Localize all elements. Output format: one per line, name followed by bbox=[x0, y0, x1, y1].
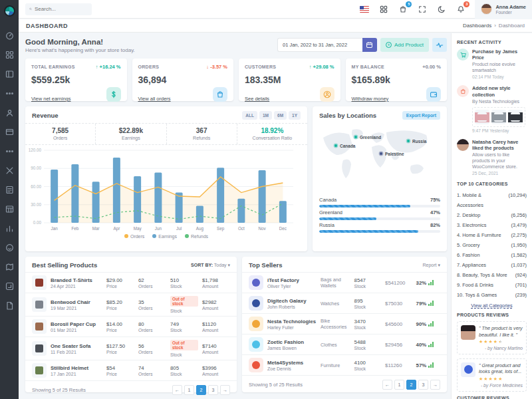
page-button[interactable]: ← bbox=[382, 380, 392, 390]
export-report-button[interactable]: Export Report bbox=[402, 111, 440, 120]
user-circle-icon bbox=[320, 87, 334, 102]
category-row[interactable]: 6. Fashion(1,582) bbox=[457, 250, 527, 260]
top-sellers-title: Top Sellers bbox=[249, 261, 283, 269]
activity-item: Natasha Carey have liked the products Al… bbox=[457, 139, 527, 176]
widgets-icon[interactable] bbox=[0, 122, 19, 142]
chevron-down-icon: ▾ bbox=[438, 263, 440, 267]
search-box[interactable] bbox=[25, 3, 92, 15]
legend-item[interactable]: Refunds bbox=[185, 234, 208, 239]
product-row[interactable]: One Seater Sofa 11 Feb 2021 $127.50Price… bbox=[25, 336, 237, 360]
product-row[interactable]: Branded T-Shirts 24 Apr 2021 $29.00Price… bbox=[25, 272, 237, 293]
stat-value: $165.89k bbox=[352, 74, 442, 85]
charts-icon[interactable] bbox=[0, 219, 19, 238]
page-button[interactable]: 3 bbox=[418, 380, 428, 390]
apps-grid-icon[interactable] bbox=[378, 4, 389, 15]
maps-icon[interactable] bbox=[0, 257, 19, 277]
category-row[interactable]: 7. Appliances(1,037) bbox=[457, 260, 527, 270]
product-date: 01 Mar 2021 bbox=[51, 328, 102, 332]
more-icon[interactable] bbox=[0, 142, 19, 161]
range-button[interactable]: 1Y bbox=[289, 111, 301, 120]
seller-row[interactable]: Meta4Systems Zoe Dennis Furniture 4100St… bbox=[242, 354, 447, 375]
authentication-icon[interactable] bbox=[0, 103, 19, 122]
category-row[interactable]: 4. Home & Furniture(2,275) bbox=[457, 230, 527, 240]
view-net-earnings-link[interactable]: View net earnings bbox=[31, 96, 70, 102]
seller-row[interactable]: iTest Factory Oliver Tyler Bags and Wall… bbox=[242, 272, 447, 293]
page-button[interactable]: 3 bbox=[208, 385, 218, 395]
legend-item[interactable]: Orders bbox=[124, 234, 144, 239]
apps-icon[interactable] bbox=[0, 45, 19, 65]
view-all-orders-link[interactable]: View all orders bbox=[138, 96, 171, 102]
page-button[interactable]: 1 bbox=[394, 380, 404, 390]
docs-icon[interactable] bbox=[0, 296, 19, 315]
seller-row[interactable]: Digitech Galaxy John Roberts Watches 895… bbox=[242, 293, 447, 313]
search-icon bbox=[29, 6, 32, 12]
range-button[interactable]: 1M bbox=[259, 111, 272, 120]
bell-icon[interactable]: 3 bbox=[456, 4, 466, 15]
seller-person: John Roberts bbox=[267, 305, 317, 309]
advance-ui-icon[interactable] bbox=[0, 161, 19, 180]
legend-item[interactable]: Earnings bbox=[152, 234, 177, 239]
search-input[interactable] bbox=[35, 6, 88, 12]
bag-icon bbox=[457, 85, 469, 97]
page-button[interactable]: 2 bbox=[196, 385, 206, 395]
trend-down-badge: ↓ -3.57 % bbox=[206, 64, 227, 70]
category-row[interactable]: 1. Mobile & Accessories(10,294) bbox=[457, 190, 527, 210]
range-button[interactable]: ALL bbox=[242, 111, 257, 120]
page-button[interactable]: 2 bbox=[406, 380, 416, 390]
breadcrumb-separator: › bbox=[494, 23, 496, 29]
cart-icon bbox=[457, 49, 469, 61]
range-button[interactable]: 6M bbox=[274, 111, 287, 120]
category-row[interactable]: 8. Beauty, Toys & More(924) bbox=[457, 270, 527, 280]
mini-chart-icon bbox=[428, 342, 434, 347]
product-date: 17 Jan 2021 bbox=[51, 372, 102, 376]
breadcrumb-current: Dashboard bbox=[499, 23, 525, 29]
stat-value: $559.25k bbox=[31, 74, 121, 85]
calendar-button[interactable] bbox=[362, 38, 377, 52]
seller-logo bbox=[249, 358, 263, 372]
language-flag-icon[interactable] bbox=[359, 4, 370, 15]
report-dropdown[interactable]: Report ▾ bbox=[423, 263, 440, 268]
product-row[interactable]: Stillbird Helmet 17 Jan 2021 $54Price 74… bbox=[25, 360, 237, 380]
seller-row[interactable]: Zoetic Fashion James Bowen Clothes 5488S… bbox=[242, 334, 447, 354]
layouts-icon[interactable] bbox=[0, 65, 19, 84]
user-menu[interactable]: Anna Adame Founder bbox=[475, 0, 532, 19]
world-map[interactable]: Greenland Canada Russia Palestine bbox=[313, 123, 447, 195]
pages-icon[interactable] bbox=[0, 84, 19, 103]
category-row[interactable]: 9. Food & Drinks(701) bbox=[457, 280, 527, 290]
location-row-greenland: Greenland47% bbox=[313, 207, 447, 220]
forms-icon[interactable] bbox=[0, 180, 19, 200]
category-row[interactable]: 3. Electronics(3,479) bbox=[457, 220, 527, 230]
date-range-input[interactable] bbox=[277, 38, 362, 52]
sort-by-dropdown[interactable]: SORT BY: Today ▾ bbox=[191, 263, 230, 268]
app-logo-icon[interactable] bbox=[4, 5, 15, 17]
page-button[interactable]: 1 bbox=[184, 385, 194, 395]
tables-icon[interactable] bbox=[0, 200, 19, 219]
withdraw-money-link[interactable]: Withdraw money bbox=[352, 96, 389, 102]
shopping-bag-icon[interactable]: 5 bbox=[398, 4, 408, 15]
fullscreen-icon[interactable] bbox=[417, 4, 428, 15]
category-row[interactable]: 2. Desktop(6,256) bbox=[457, 210, 527, 220]
seller-person: James Bowen bbox=[267, 346, 317, 350]
page-button[interactable]: → bbox=[430, 380, 440, 390]
breadcrumb: Dashboards › Dashboard bbox=[463, 23, 525, 29]
pagination: ←123→ bbox=[382, 380, 440, 390]
view-all-categories-link[interactable]: View all Categories bbox=[457, 303, 527, 309]
seller-category: Watches bbox=[321, 301, 350, 307]
page-button[interactable]: ← bbox=[172, 385, 182, 395]
add-product-button[interactable]: + Add Product bbox=[380, 38, 429, 52]
product-row[interactable]: Bentwood Chair 19 Mar 2021 $85.20Price 3… bbox=[25, 293, 237, 316]
seller-company: iTest Factory bbox=[267, 277, 317, 283]
product-row[interactable]: Borosil Paper Cup 01 Mar 2021 $14.00Pric… bbox=[25, 316, 237, 336]
collection-thumbnails[interactable] bbox=[472, 107, 525, 127]
page-button[interactable]: → bbox=[220, 385, 230, 395]
activity-button[interactable] bbox=[432, 38, 447, 52]
dashboard-icon[interactable] bbox=[0, 26, 19, 45]
seller-row[interactable]: Nesta Technologies Harley Fuller Bike Ac… bbox=[242, 313, 447, 334]
multilevel-icon[interactable] bbox=[0, 277, 19, 296]
category-row[interactable]: 10. Toys & Games(239) bbox=[457, 290, 527, 300]
moon-icon[interactable] bbox=[436, 4, 447, 15]
category-row[interactable]: 5. Grocery(1,950) bbox=[457, 240, 527, 250]
icons-icon[interactable] bbox=[0, 238, 19, 257]
breadcrumb-root[interactable]: Dashboards bbox=[463, 23, 491, 29]
see-details-link[interactable]: See details bbox=[245, 96, 269, 102]
